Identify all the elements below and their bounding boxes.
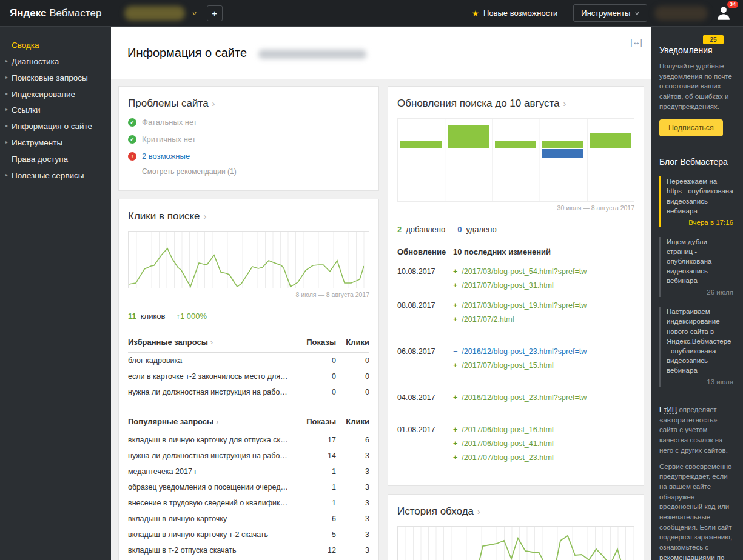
crawl-chart-lines bbox=[398, 527, 635, 560]
subscribe-button[interactable]: Подписаться bbox=[659, 119, 723, 136]
page-title: Информация о сайте bbox=[127, 46, 247, 60]
page-link[interactable]: /2017/06/blog-post_41.html bbox=[462, 439, 554, 448]
chevron-right-icon[interactable]: › bbox=[210, 338, 213, 347]
sidebar-item-access-rights[interactable]: Права доступа bbox=[0, 152, 111, 168]
sidebar-item-search-queries[interactable]: ▸Поисковые запросы bbox=[0, 70, 111, 87]
crawl-history-card: История обхода› 11 июля — 10 августа 201… bbox=[388, 494, 644, 560]
blog-post-time: 13 июля bbox=[667, 377, 733, 387]
right-arrow-icon: ▸ bbox=[5, 59, 8, 64]
added-count: 2 bbox=[397, 225, 402, 234]
table-row: медаптечека 2017 г13 bbox=[128, 464, 369, 479]
sidebar-item-indexing[interactable]: ▸Индексирование bbox=[0, 87, 111, 103]
page-link[interactable]: /2017/03/blog-post_54.html?spref=tw bbox=[462, 267, 587, 276]
blog-post-link[interactable]: Ищем дубли страниц - опубликована видеоз… bbox=[659, 237, 733, 298]
tic-term-link[interactable]: тИЦ bbox=[664, 406, 677, 414]
blog-post-link[interactable]: Переезжаем на https - опубликована видео… bbox=[659, 176, 733, 227]
right-arrow-icon: ▸ bbox=[5, 140, 8, 145]
right-sidebar: 25 Уведомления Получайте удобные уведомл… bbox=[651, 27, 743, 560]
chevron-right-icon[interactable]: › bbox=[203, 211, 206, 221]
crawl-line-chart[interactable] bbox=[397, 526, 634, 560]
tic-info-block: iтИЦ определяет «авторитетность» сайта с… bbox=[659, 405, 733, 560]
tools-label: Инструменты bbox=[581, 8, 630, 18]
favorite-queries-table: Избранные запросы› Показы Клики блог кад… bbox=[128, 338, 369, 400]
sidebar-item-links[interactable]: ▸Ссылки bbox=[0, 102, 111, 119]
table-header: Избранные запросы› Показы Клики bbox=[128, 338, 369, 353]
updates-bar-chart[interactable] bbox=[397, 118, 634, 202]
plus-icon: + bbox=[453, 393, 457, 402]
update-group: 01.08.2017 +/2017/06/blog-post_16.html +… bbox=[397, 416, 634, 467]
star-icon: ★ bbox=[471, 8, 479, 18]
popular-title[interactable]: Популярные запросы bbox=[128, 417, 213, 426]
page-link[interactable]: /2017/07/blog-post_15.html bbox=[462, 361, 554, 370]
sidebar-item-tools[interactable]: ▸Инструменты bbox=[0, 135, 111, 152]
page-link[interactable]: /2017/07/2.html bbox=[462, 315, 514, 324]
topbar: Яндекс Вебмастер ∨ + ★ Новые возможности… bbox=[0, 0, 743, 27]
plus-icon: + bbox=[453, 439, 457, 448]
update-group: 08.08.2017 +/2017/03/blog-post_19.html?s… bbox=[397, 301, 634, 329]
favorites-title[interactable]: Избранные запросы bbox=[128, 338, 208, 347]
table-row: вкладыш в личную карточку для отпуска ск… bbox=[128, 432, 369, 448]
sidebar-item-site-info[interactable]: ▸Информация о сайте bbox=[0, 119, 111, 135]
clicks-summary: 11 кликов ↑1 000% bbox=[128, 312, 369, 321]
plus-icon: + bbox=[453, 267, 457, 276]
chevron-right-icon[interactable]: › bbox=[477, 506, 480, 516]
possible-problems-link[interactable]: 2 возможные bbox=[142, 152, 190, 161]
blurred-username[interactable] bbox=[654, 6, 708, 21]
page-link[interactable]: /2017/07/blog-post_31.html bbox=[462, 281, 554, 290]
sidebar-item-diagnostics[interactable]: ▸Диагностика bbox=[0, 54, 111, 70]
warning-icon: ! bbox=[128, 152, 136, 161]
right-arrow-icon: ▸ bbox=[5, 124, 8, 129]
chart-date-range: 30 июля — 8 августа 2017 bbox=[397, 204, 634, 212]
malware-recommendations-link[interactable]: рекомендациями по поиску и устранению вр… bbox=[659, 554, 727, 560]
plus-icon: + bbox=[453, 361, 457, 370]
check-icon: ✓ bbox=[128, 135, 136, 144]
recommendations-link[interactable]: Смотреть рекомендации (1) bbox=[142, 167, 237, 176]
card-title: Клики в поиске› bbox=[128, 210, 369, 222]
page-link[interactable]: /2016/12/blog-post_23.html?spref=tw bbox=[462, 393, 587, 402]
user-avatar[interactable]: 34 bbox=[715, 4, 733, 22]
app-logo[interactable]: Яндекс Вебмастер bbox=[10, 7, 101, 19]
right-arrow-icon: ▸ bbox=[5, 173, 8, 178]
chevron-right-icon[interactable]: › bbox=[216, 417, 218, 426]
chevron-right-icon[interactable]: › bbox=[563, 98, 566, 108]
page-link[interactable]: /2017/07/blog-post_23.html bbox=[462, 453, 554, 462]
chevron-right-icon[interactable]: › bbox=[212, 98, 215, 108]
notifications-text: Получайте удобные уведомления по почте о… bbox=[659, 61, 733, 112]
sidebar-item-useful-services[interactable]: ▸Полезные сервисы bbox=[0, 168, 111, 184]
search-updates-card: Обновления поиска до 10 августа› 30 июля bbox=[388, 86, 644, 486]
tools-dropdown[interactable]: Инструменты ∨ bbox=[573, 4, 647, 22]
site-selector-dropdown[interactable]: ∨ bbox=[124, 6, 197, 21]
page-link[interactable]: /2016/12/blog-post_23.html?spref=tw bbox=[462, 347, 587, 356]
clicks-line-chart[interactable] bbox=[128, 231, 369, 288]
new-features-link[interactable]: ★ Новые возможности bbox=[471, 8, 557, 18]
chevron-down-icon: ∨ bbox=[634, 10, 640, 16]
page-link[interactable]: /2017/06/blog-post_16.html bbox=[462, 425, 554, 434]
sidebar-item-summary[interactable]: Сводка bbox=[0, 38, 111, 54]
check-icon: ✓ bbox=[128, 118, 136, 127]
chart-date-range: 8 июля — 8 августа 2017 bbox=[128, 291, 369, 298]
blog-post-link[interactable]: Настраиваем индексирование нового сайта … bbox=[659, 307, 733, 387]
updates-summary: 2 добавлено 0 удалено bbox=[397, 225, 634, 234]
page-link[interactable]: /2017/03/blog-post_19.html?spref=tw bbox=[462, 301, 587, 310]
card-title: История обхода› bbox=[397, 505, 634, 518]
popular-queries-table: Популярные запросы› Показы Клики вкладыш… bbox=[128, 417, 369, 560]
update-group: 06.08.2017 −/2016/12/blog-post_23.html?s… bbox=[397, 338, 634, 375]
clicks-delta: ↑1 000% bbox=[176, 312, 207, 321]
blog-post-time: 26 июля bbox=[667, 287, 733, 297]
blog-post-time: Вчера в 17:16 bbox=[667, 218, 733, 227]
update-group: 04.08.2017 +/2016/12/blog-post_23.html?s… bbox=[397, 384, 634, 407]
right-arrow-icon: ▸ bbox=[5, 92, 8, 97]
clicks-count: 11 bbox=[128, 312, 136, 321]
problem-row-critical: ✓ Критичных нет bbox=[128, 135, 369, 144]
clicks-chart-line bbox=[129, 232, 364, 288]
plus-icon: + bbox=[453, 281, 457, 290]
right-arrow-icon: ▸ bbox=[5, 75, 8, 81]
add-site-button[interactable]: + bbox=[207, 5, 223, 21]
table-row: нужна ли должностная инструкция на рабоч… bbox=[128, 384, 369, 400]
plus-icon: + bbox=[453, 453, 457, 462]
left-sidebar: Сводка ▸Диагностика ▸Поисковые запросы ▸… bbox=[0, 27, 111, 560]
problem-row-possible: ! 2 возможные bbox=[128, 152, 369, 161]
expand-width-icon[interactable]: |↔| bbox=[630, 38, 642, 47]
table-row: образец уведомления о посещении очередно… bbox=[128, 479, 369, 495]
table-row: вкладыш в личную карточку63 bbox=[128, 511, 369, 527]
